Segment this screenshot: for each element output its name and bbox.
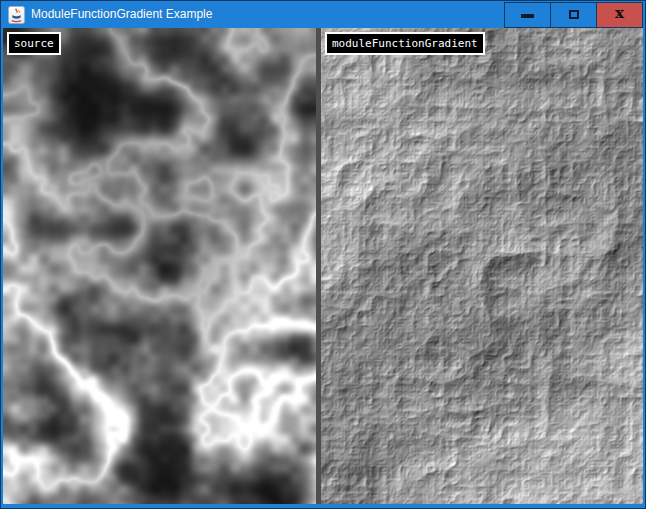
source-noise-image — [3, 28, 316, 504]
close-button[interactable]: x — [596, 2, 643, 28]
content-area: source moduleFunctionGradient — [1, 28, 645, 504]
image-label-source: source — [7, 32, 61, 55]
minimize-icon — [521, 14, 534, 18]
panel-gradient: moduleFunctionGradient — [321, 28, 643, 504]
window-title: ModuleFunctionGradient Example — [31, 1, 504, 28]
window-frame-bottom — [1, 504, 645, 508]
image-label-gradient: moduleFunctionGradient — [325, 32, 485, 55]
app-window: ModuleFunctionGradient Example x source … — [0, 0, 646, 509]
java-coffee-cup-icon — [8, 6, 25, 24]
maximize-icon — [569, 10, 579, 19]
window-controls: x — [504, 2, 643, 28]
gradient-noise-image — [321, 28, 643, 504]
maximize-button[interactable] — [550, 2, 597, 28]
minimize-button[interactable] — [504, 2, 551, 28]
close-icon: x — [615, 6, 624, 21]
panel-source: source — [3, 28, 316, 504]
titlebar[interactable]: ModuleFunctionGradient Example x — [1, 1, 645, 28]
